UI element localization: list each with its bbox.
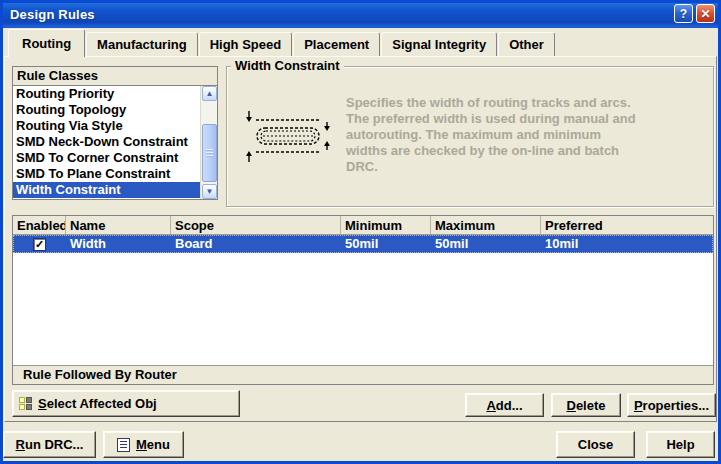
scrollbar-grip [206, 149, 213, 157]
scope-cell: Board [171, 235, 341, 253]
rule-class-item[interactable]: SMD Neck-Down Constraint [13, 134, 200, 150]
window-title: Design Rules [0, 7, 95, 22]
rule-class-item[interactable]: Routing Topology [13, 102, 200, 118]
column-header-minimum[interactable]: Minimum [341, 216, 431, 234]
column-header-scope[interactable]: Scope [171, 216, 341, 234]
column-header-maximum[interactable]: Maximum [431, 216, 541, 234]
column-header-preferred[interactable]: Preferred [541, 216, 713, 234]
scrollbar[interactable]: ▲ ▼ [200, 86, 217, 199]
rule-classes-header: Rule Classes [13, 67, 217, 86]
close-icon[interactable]: ✕ [696, 4, 715, 23]
run-drc-button[interactable]: Run DRC... [3, 431, 96, 458]
width-constraint-diagram [239, 109, 339, 165]
rule-followed-status: Rule Followed By Router [13, 365, 713, 384]
help-button[interactable]: Help [646, 431, 715, 458]
rule-classes-listbox: Rule Classes Routing Priority Routing To… [12, 66, 218, 200]
rule-class-item[interactable]: SMD To Plane Constraint [13, 166, 200, 182]
enabled-checkbox[interactable]: ✓ [33, 238, 46, 251]
delete-button[interactable]: Delete [551, 393, 621, 417]
preferred-cell: 10mil [541, 235, 713, 253]
table-row[interactable]: ✓ Width Board 50mil 50mil 10mil [13, 235, 713, 253]
add-button[interactable]: Add... [465, 393, 544, 417]
rule-class-item-selected[interactable]: Width Constraint [13, 182, 200, 198]
titlebar: Design Rules ? ✕ [0, 0, 721, 28]
tab-routing[interactable]: Routing [8, 29, 85, 57]
tab-manufacturing[interactable]: Manufacturing [86, 32, 198, 56]
rule-class-item[interactable]: Routing Priority [13, 86, 200, 102]
tab-high-speed[interactable]: High Speed [199, 32, 293, 56]
column-header-name[interactable]: Name [66, 216, 171, 234]
table-empty-area [13, 253, 713, 365]
tab-other[interactable]: Other [498, 32, 555, 56]
tab-strip: Routing Manufacturing High Speed Placeme… [8, 32, 556, 57]
scroll-up-icon[interactable]: ▲ [202, 86, 217, 101]
name-cell: Width [66, 235, 171, 253]
rules-table: Enabled Name Scope Minimum Maximum Prefe… [12, 215, 714, 385]
scroll-down-icon[interactable]: ▼ [202, 184, 217, 199]
rule-class-item[interactable]: Routing Via Style [13, 118, 200, 134]
tab-signal-integrity[interactable]: Signal Integrity [381, 32, 497, 56]
maximum-cell: 50mil [431, 235, 541, 253]
design-rules-dialog: Design Rules ? ✕ Routing Manufacturing H… [0, 0, 721, 464]
help-icon[interactable]: ? [674, 4, 693, 23]
select-affected-objects-button[interactable]: Select Affected Obj [12, 390, 240, 417]
select-affected-icon [19, 397, 32, 410]
column-header-enabled[interactable]: Enabled [13, 216, 66, 234]
table-header-row: Enabled Name Scope Minimum Maximum Prefe… [13, 216, 713, 235]
close-button[interactable]: Close [556, 431, 635, 458]
minimum-cell: 50mil [341, 235, 431, 253]
rule-class-item[interactable]: SMD To Corner Constraint [13, 150, 200, 166]
rule-description: Specifies the width of routing tracks an… [346, 95, 640, 175]
width-constraint-group: Width Constraint Specifies the width of … [226, 66, 714, 207]
menu-button[interactable]: Menu [103, 431, 184, 458]
tab-placement[interactable]: Placement [293, 32, 380, 56]
scrollbar-thumb[interactable] [202, 124, 217, 182]
rule-classes-list: Routing Priority Routing Topology Routin… [13, 86, 200, 199]
properties-button[interactable]: Properties... [627, 393, 716, 417]
menu-icon [117, 438, 130, 452]
enabled-cell: ✓ [13, 235, 66, 253]
group-title: Width Constraint [231, 58, 344, 73]
